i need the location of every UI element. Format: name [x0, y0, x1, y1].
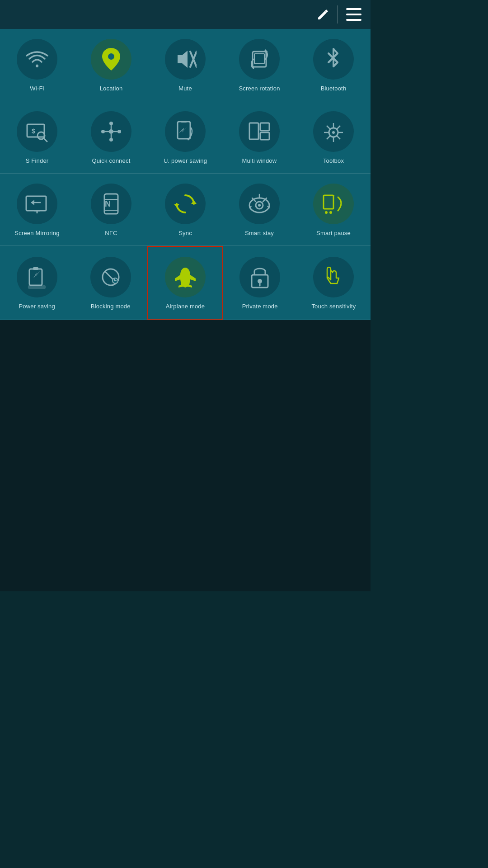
quick-item-label-screen-rotation: Screen rotation [239, 85, 280, 93]
quick-item-smart-pause[interactable]: Smart pause [296, 174, 371, 245]
svg-point-15 [109, 138, 113, 142]
quick-item-power-saving[interactable]: Power saving [0, 246, 74, 320]
svg-line-37 [327, 136, 330, 139]
quick-row-2: $ S Finder Quick connect U. power savi [0, 101, 371, 174]
edit-icon[interactable] [316, 8, 329, 21]
svg-point-14 [109, 122, 113, 125]
svg-rect-38 [26, 196, 46, 211]
quick-item-toolbox[interactable]: Toolbox [296, 101, 371, 173]
quick-item-label-mute: Mute [178, 85, 192, 93]
quick-item-location[interactable]: Location [74, 29, 148, 101]
quick-item-s-finder[interactable]: $ S Finder [0, 101, 74, 173]
svg-line-12 [44, 138, 47, 142]
quick-item-label-smart-stay: Smart stay [245, 230, 274, 237]
quick-item-airplane-mode[interactable]: Airplane mode [147, 246, 223, 320]
quick-item-label-touch-sensitivity: Touch sensitivity [311, 303, 356, 311]
quick-settings-panel: Wi-Fi Location Mute Screen rotation Blue… [0, 29, 371, 320]
quick-item-blocking-mode[interactable]: Blocking mode [74, 246, 147, 320]
quick-item-smart-stay[interactable]: Smart stay [222, 174, 296, 245]
quick-item-screen-mirroring[interactable]: Screen Mirroring [0, 174, 74, 245]
quick-item-label-power-saving: Power saving [19, 303, 55, 311]
svg-rect-26 [260, 123, 269, 131]
quick-item-quick-connect[interactable]: Quick connect [74, 101, 148, 173]
quick-item-label-nfc: NFC [105, 230, 117, 237]
quick-item-label-private-mode: Private mode [242, 303, 278, 311]
quick-item-screen-rotation[interactable]: Screen rotation [222, 29, 296, 101]
quick-item-label-multi-window: Multi window [242, 157, 277, 165]
svg-text:$: $ [32, 127, 35, 135]
svg-rect-54 [324, 195, 333, 209]
svg-point-13 [109, 129, 113, 134]
svg-point-0 [36, 65, 38, 67]
quick-row-3: Screen Mirroring N NFC Sync Smart stay [0, 174, 371, 246]
svg-line-36 [337, 126, 340, 129]
svg-point-56 [329, 211, 332, 214]
quick-item-mute[interactable]: Mute [148, 29, 222, 101]
quick-item-multi-window[interactable]: Multi window [222, 101, 296, 173]
quick-item-nfc[interactable]: N NFC [74, 174, 148, 245]
quick-item-u-power-saving[interactable]: U. power saving [148, 101, 222, 173]
bottom-area [0, 320, 371, 591]
status-right-icons [316, 5, 361, 24]
svg-marker-24 [187, 138, 191, 141]
svg-rect-25 [249, 123, 258, 139]
status-divider [338, 5, 338, 24]
quick-row-4: Power saving Blocking mode Airplane mode… [0, 246, 371, 320]
quick-item-label-quick-connect: Quick connect [92, 157, 131, 165]
quick-item-sync[interactable]: Sync [148, 174, 222, 245]
quick-item-label-airplane-mode: Airplane mode [166, 303, 205, 311]
quick-row-1: Wi-Fi Location Mute Screen rotation Blue… [0, 29, 371, 101]
quick-item-label-location: Location [100, 85, 123, 93]
svg-point-1 [108, 53, 114, 60]
quick-item-label-u-power-saving: U. power saving [164, 157, 207, 165]
svg-point-17 [117, 130, 121, 133]
svg-rect-58 [29, 269, 42, 285]
svg-marker-2 [178, 51, 188, 68]
quick-item-label-sync: Sync [178, 230, 192, 237]
svg-line-34 [327, 126, 330, 129]
svg-point-16 [101, 130, 105, 133]
svg-marker-47 [174, 204, 179, 208]
svg-line-35 [337, 136, 340, 139]
svg-rect-22 [178, 122, 190, 139]
svg-point-55 [325, 211, 328, 214]
svg-rect-9 [27, 124, 44, 137]
svg-rect-23 [181, 121, 187, 123]
quick-item-bluetooth[interactable]: Bluetooth [296, 29, 371, 101]
list-icon[interactable] [346, 8, 361, 21]
quick-item-wifi[interactable]: Wi-Fi [0, 29, 74, 101]
quick-item-label-s-finder: S Finder [26, 157, 49, 165]
svg-rect-6 [254, 54, 264, 64]
quick-item-private-mode[interactable]: Private mode [223, 246, 297, 320]
svg-point-29 [332, 131, 335, 134]
quick-item-label-smart-pause: Smart pause [316, 230, 351, 237]
svg-rect-27 [260, 132, 269, 140]
status-bar [0, 0, 371, 29]
svg-text:N: N [105, 199, 111, 208]
quick-item-label-bluetooth: Bluetooth [321, 85, 347, 93]
quick-item-label-wifi: Wi-Fi [30, 85, 44, 93]
quick-item-touch-sensitivity[interactable]: Touch sensitivity [297, 246, 371, 320]
quick-item-label-blocking-mode: Blocking mode [91, 303, 131, 311]
svg-marker-46 [191, 200, 197, 204]
svg-point-50 [258, 204, 261, 207]
svg-rect-59 [33, 267, 38, 270]
quick-item-label-toolbox: Toolbox [323, 157, 344, 165]
quick-item-label-screen-mirroring: Screen Mirroring [14, 230, 59, 237]
